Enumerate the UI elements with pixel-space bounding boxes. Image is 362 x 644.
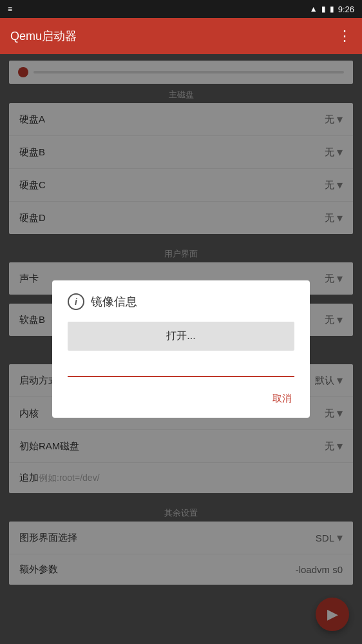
dialog-title-row: i 镜像信息 [68, 293, 294, 310]
dialog-info-icon: i [68, 293, 84, 310]
main-content: 主磁盘 硬盘A 无 ▾ 硬盘B 无 ▾ 硬盘C 无 ▾ 硬盘D 无 [0, 54, 362, 644]
cancel-button[interactable]: 取消 [270, 387, 294, 410]
menu-button[interactable]: ⋮ [338, 28, 352, 44]
status-bar: ≡ ▲ ▮ ▮ 9:26 [0, 0, 362, 18]
dialog-title: 镜像信息 [91, 294, 137, 309]
signal-icon: ▮ [321, 5, 326, 14]
info-icon-letter: i [75, 297, 77, 307]
image-info-dialog: i 镜像信息 打开... 取消 [52, 280, 310, 418]
app-bar: Qemu启动器 ⋮ [0, 18, 362, 54]
status-bar-left: ≡ [8, 5, 12, 14]
modal-overlay[interactable]: i 镜像信息 打开... 取消 [0, 54, 362, 644]
dialog-actions: 取消 [68, 387, 294, 410]
battery-icon: ▮ [330, 5, 334, 14]
open-file-button[interactable]: 打开... [68, 322, 294, 351]
time-display: 9:26 [338, 5, 354, 14]
image-path-input[interactable] [68, 360, 294, 377]
signal-bars-icon: ≡ [8, 5, 12, 14]
status-bar-right: ▲ ▮ ▮ 9:26 [310, 5, 354, 14]
wifi-icon: ▲ [310, 5, 318, 14]
app-title: Qemu启动器 [10, 28, 77, 44]
